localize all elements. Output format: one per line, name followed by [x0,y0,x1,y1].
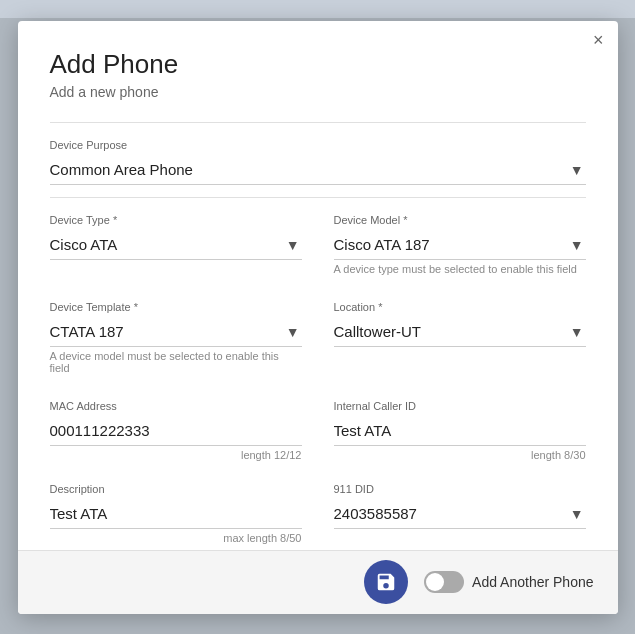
device-type-model-row: Device Type Cisco ATA ▼ Device Model Cis… [18,198,618,275]
mac-address-length-hint: length 12/12 [50,449,302,461]
save-button[interactable] [364,560,408,604]
desc-did-row: Description max length 8/50 911 DID 2403… [18,467,618,544]
mac-address-label: MAC Address [50,400,302,412]
device-template-hint: A device model must be selected to enabl… [50,350,302,374]
add-another-toggle[interactable] [424,571,464,593]
add-another-toggle-wrapper: Add Another Phone [424,571,593,593]
device-model-col: Device Model Cisco ATA 187 ▼ A device ty… [334,214,586,275]
device-model-label: Device Model [334,214,586,226]
location-select[interactable]: Calltower-UT [334,317,586,347]
internal-caller-id-length-hint: length 8/30 [334,449,586,461]
device-template-select[interactable]: CTATA 187 [50,317,302,347]
device-model-hint: A device type must be selected to enable… [334,263,586,275]
location-wrapper: Calltower-UT ▼ [334,317,586,347]
device-type-select[interactable]: Cisco ATA [50,230,302,260]
internal-caller-id-label: Internal Caller ID [334,400,586,412]
mac-callerid-row: MAC Address length 12/12 Internal Caller… [18,384,618,461]
internal-caller-id-col: Internal Caller ID length 8/30 [334,400,586,461]
modal-subtitle: Add a new phone [50,84,586,100]
description-length-hint: max length 8/50 [50,532,302,544]
device-type-label: Device Type [50,214,302,226]
modal-header: Add Phone Add a new phone [18,21,618,108]
did-911-col: 911 DID 2403585587 ▼ [334,483,586,544]
mac-address-input[interactable] [50,416,302,446]
did-911-wrapper: 2403585587 ▼ [334,499,586,529]
location-label: Location [334,301,586,313]
did-911-label: 911 DID [334,483,586,495]
bottom-bar: Add Another Phone [18,550,618,614]
add-phone-modal: × Add Phone Add a new phone Device Purpo… [18,21,618,614]
modal-title: Add Phone [50,49,586,80]
description-label: Description [50,483,302,495]
device-template-col: Device Template CTATA 187 ▼ A device mod… [50,301,302,374]
modal-overlay: × Add Phone Add a new phone Device Purpo… [0,0,635,634]
description-input[interactable] [50,499,302,529]
close-button[interactable]: × [593,31,604,49]
mac-address-col: MAC Address length 12/12 [50,400,302,461]
device-template-label: Device Template [50,301,302,313]
save-icon [375,571,397,593]
device-purpose-wrapper: Common Area Phone ▼ [50,155,586,185]
device-template-wrapper: CTATA 187 ▼ [50,317,302,347]
device-purpose-label: Device Purpose [50,139,586,151]
device-model-wrapper: Cisco ATA 187 ▼ [334,230,586,260]
did-911-select[interactable]: 2403585587 [334,499,586,529]
toggle-slider [424,571,464,593]
internal-caller-id-input[interactable] [334,416,586,446]
add-another-label: Add Another Phone [472,574,593,590]
location-col: Location Calltower-UT ▼ [334,301,586,374]
template-location-row: Device Template CTATA 187 ▼ A device mod… [18,285,618,374]
device-type-wrapper: Cisco ATA ▼ [50,230,302,260]
description-col: Description max length 8/50 [50,483,302,544]
device-type-col: Device Type Cisco ATA ▼ [50,214,302,275]
device-model-select[interactable]: Cisco ATA 187 [334,230,586,260]
device-purpose-section: Device Purpose Common Area Phone ▼ [18,123,618,185]
device-purpose-select[interactable]: Common Area Phone [50,155,586,185]
